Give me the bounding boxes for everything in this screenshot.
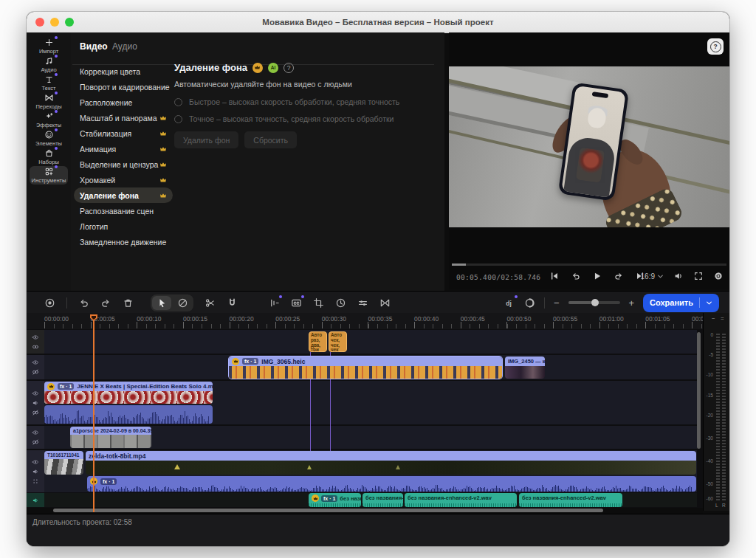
tool-item[interactable]: Коррекция цвета (74, 63, 173, 79)
voice-clip[interactable]: без названия- (362, 493, 403, 507)
tool-item[interactable]: Анимация (74, 141, 173, 156)
timeline-zoom-slider[interactable] (568, 301, 620, 304)
caption-clip[interactable]: Автораз,два,три (309, 331, 327, 352)
clip-porsche[interactable]: a1porsche 2024-02-09 в 00.04.39, (70, 427, 151, 448)
horizontal-scrollbar[interactable] (53, 509, 603, 512)
mute-speaker-icon[interactable] (32, 399, 39, 407)
sidebar-item-elements[interactable]: Элементы (30, 129, 68, 148)
minimize-window-button[interactable] (50, 18, 59, 27)
step-back-icon[interactable] (571, 271, 581, 281)
save-button[interactable]: Сохранить (643, 294, 719, 312)
marker-tool-icon[interactable] (173, 296, 192, 310)
settings-gear-icon[interactable] (713, 271, 724, 281)
delete-icon[interactable] (123, 297, 134, 309)
sidebar-item-tools[interactable]: Инструменты (30, 166, 68, 185)
clip-img-3065[interactable]: fx · 1 IMG_3065.heic (229, 356, 502, 379)
record-icon[interactable] (44, 297, 55, 309)
tab-video[interactable]: Видео (80, 41, 108, 52)
zoom-window-button[interactable] (65, 18, 74, 27)
visibility-eye-icon[interactable] (32, 458, 39, 466)
close-window-button[interactable] (35, 18, 44, 27)
tab-audio[interactable]: Аудио (112, 41, 137, 52)
subtitles-icon[interactable] (291, 297, 302, 309)
tool-item[interactable]: Логотип (74, 218, 173, 234)
track-height-large-icon[interactable]: = (721, 315, 724, 323)
tool-item[interactable]: Поворот и кадрирование (74, 79, 173, 94)
mute-speaker-icon[interactable] (32, 468, 39, 475)
redo-icon[interactable] (100, 297, 111, 309)
tool-item[interactable]: Выделение и цензура (74, 156, 173, 172)
speed-icon[interactable] (335, 297, 346, 309)
remove-background-button[interactable]: Удалить фон (174, 131, 238, 148)
track-height-small-icon[interactable]: − (712, 315, 715, 323)
voice-clip[interactable]: fx · 1без назва (309, 493, 361, 507)
tool-item[interactable]: Стабилизация (74, 125, 173, 141)
timeline-ruler[interactable]: 00:00:0000:00:0500:00:1000:00:1500:00:20… (27, 313, 703, 329)
tool-item[interactable]: Замедленное движение (74, 234, 173, 249)
visibility-eye-icon[interactable] (32, 390, 39, 397)
volume-icon[interactable] (673, 271, 684, 281)
help-icon[interactable]: ? (284, 63, 294, 73)
voice-clip[interactable]: без названия-enhanced-v2.wav (519, 493, 622, 507)
unlink-icon[interactable] (32, 409, 39, 416)
mute-speaker-icon[interactable] (32, 497, 39, 504)
undo-icon[interactable] (78, 297, 89, 309)
voice-clip[interactable]: без названия-enhanced-v2.wav (405, 493, 517, 507)
zoom-out-icon[interactable]: − (554, 297, 560, 309)
radio-precise[interactable] (174, 115, 182, 123)
unlink-icon[interactable] (32, 438, 39, 446)
clip-img-2450[interactable]: IMG_2450 — к (505, 356, 545, 379)
clip-linked-audio[interactable]: fx · 1 (87, 476, 696, 492)
magnet-icon[interactable] (227, 297, 238, 309)
crop-icon[interactable] (313, 297, 324, 309)
aspect-ratio-dropdown[interactable]: 16:9 (641, 272, 664, 280)
split-scissors-icon[interactable] (205, 297, 216, 309)
markers-icon[interactable] (269, 297, 280, 309)
tool-item[interactable]: Хромакей (74, 172, 173, 187)
sidebar-item-transitions[interactable]: Переходы (30, 92, 68, 111)
sidebar-item-audio[interactable]: Аудио (30, 55, 68, 74)
help-button[interactable]: ? (707, 38, 724, 55)
clip-label: zelda-totk-8bit.mp4 (89, 452, 145, 460)
preview-seekbar[interactable] (452, 264, 726, 266)
step-forward-icon[interactable] (614, 271, 624, 281)
tool-item[interactable]: Удаление фона (74, 187, 173, 203)
track-header (27, 450, 44, 492)
clip-jennie-video[interactable]: fx · 1 JENNIE X Beats | Special-Edition … (44, 382, 213, 404)
select-tool-icon[interactable] (152, 296, 171, 310)
sidebar-item-packs[interactable]: Наборы (30, 148, 68, 166)
clip-t1016[interactable]: T10161711041 (44, 451, 83, 475)
visibility-eye-icon[interactable] (32, 429, 39, 436)
previous-frame-icon[interactable] (549, 271, 560, 281)
filters-icon[interactable] (357, 297, 368, 309)
tool-item[interactable]: Распознавание сцен (74, 203, 173, 218)
save-dropdown-icon[interactable] (706, 300, 712, 306)
visibility-eye-icon[interactable] (32, 359, 39, 366)
radio-fast[interactable] (174, 98, 182, 106)
clip-jennie-audio[interactable] (44, 405, 213, 424)
sidebar-item-effects[interactable]: Эффекты (30, 111, 68, 129)
mask-dots-icon[interactable] (32, 478, 39, 485)
audio-sync-icon[interactable]: dj (504, 297, 515, 309)
tool-item[interactable]: Масштаб и панорама (74, 110, 173, 125)
reset-button[interactable]: Сбросить (244, 131, 297, 148)
unlink-icon[interactable] (32, 368, 39, 376)
play-icon[interactable] (592, 271, 602, 281)
tool-item[interactable]: Расположение (74, 94, 173, 110)
caption-clip[interactable]: Авточек,чек,чек (329, 331, 347, 352)
clip-zelda[interactable]: zelda-totk-8bit.mp4 (86, 451, 696, 475)
titlebar: Мовавика Видео – Бесплатная версия – Нов… (27, 12, 729, 33)
sidebar-item-label: Текст (42, 85, 56, 92)
visibility-eye-icon[interactable] (32, 334, 39, 341)
status-bar: Длительность проекта: 02:58 (27, 514, 729, 546)
fx-badge: fx · 1 (321, 495, 337, 502)
transitions-icon[interactable] (379, 297, 391, 309)
sidebar-item-import[interactable]: Импорт (30, 37, 68, 55)
playhead-line[interactable] (93, 320, 94, 512)
link-icon[interactable] (32, 343, 39, 351)
color-wheel-icon[interactable] (524, 297, 535, 309)
sidebar-item-text[interactable]: Текст (30, 74, 68, 92)
zoom-in-icon[interactable]: + (629, 297, 635, 309)
fullscreen-icon[interactable] (693, 271, 704, 281)
vertical-scrollbar[interactable] (697, 332, 701, 449)
